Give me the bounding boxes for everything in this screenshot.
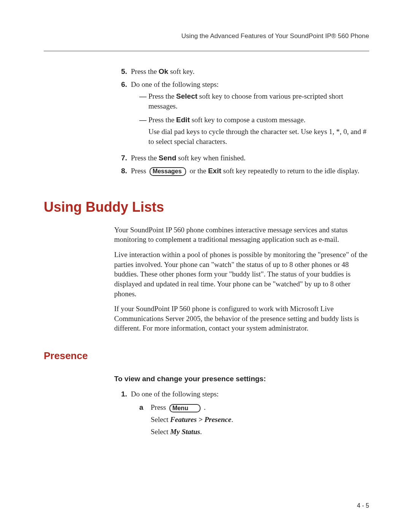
sub-options: — Press the Select soft key to choose fr… [131, 91, 369, 146]
option-body: Press the Edit soft key to compose a cus… [148, 115, 369, 147]
task-heading: To view and change your presence setting… [114, 374, 369, 384]
text: Press the [131, 67, 159, 75]
substep-a: a Press Menu . Select Features > Presenc… [139, 403, 369, 439]
paragraph: Live interaction within a pool of phones… [114, 250, 369, 299]
step-marker: 8. [114, 166, 131, 176]
softkey-name: Ok [159, 67, 168, 75]
text: soft key repeatedly to return to the idl… [221, 167, 360, 175]
step-marker: 7. [114, 153, 131, 163]
task-step-1: 1. Do one of the following steps: a Pres… [114, 389, 369, 442]
text: Do one of the following steps: [131, 390, 219, 398]
menu-path: My Status [170, 428, 200, 436]
text: . [231, 415, 233, 423]
section-heading-buddy-lists: Using Buddy Lists [44, 198, 369, 217]
text: soft key when finished. [176, 154, 245, 162]
messages-button-icon: Messages [150, 167, 186, 176]
line: Press Menu . [151, 403, 369, 412]
dash-marker: — [139, 91, 148, 111]
step-marker: 6. [114, 80, 131, 150]
text: Press the [148, 116, 176, 124]
content-area: 5. Press the Ok soft key. 6. Do one of t… [44, 67, 369, 442]
text: Do one of the following steps: [131, 80, 219, 88]
menu-button-icon: Menu [169, 404, 201, 413]
text: Select [151, 415, 170, 423]
option-select: — Press the Select soft key to choose fr… [139, 91, 369, 111]
header-rule [44, 51, 369, 51]
text: Press [131, 167, 148, 175]
line: Select Features > Presence. [151, 415, 369, 425]
paragraph: If your SoundPoint IP 560 phone is confi… [114, 304, 369, 333]
step-8: 8. Press Messages or the Exit soft key r… [114, 166, 369, 176]
numbered-steps-continued: 5. Press the Ok soft key. 6. Do one of t… [114, 67, 369, 176]
step-6: 6. Do one of the following steps: — Pres… [114, 80, 369, 150]
softkey-name: Select [176, 92, 198, 100]
dash-marker: — [139, 115, 148, 147]
step-body: Do one of the following steps: — Press t… [131, 80, 369, 150]
text: or the [188, 167, 208, 175]
softkey-name: Exit [208, 167, 221, 175]
presence-task: To view and change your presence setting… [114, 374, 369, 442]
page-number: 4 - 5 [357, 502, 369, 509]
option-body: Press the Select soft key to choose from… [148, 91, 369, 111]
step-body: Do one of the following steps: a Press M… [131, 389, 369, 442]
text: Press the [148, 92, 176, 100]
text: . [202, 403, 206, 411]
text: soft key to compose a custom message. [190, 116, 306, 124]
substep-body: Press Menu . Select Features > Presence.… [151, 403, 369, 439]
text: soft key. [168, 67, 194, 75]
softkey-name: Send [159, 154, 176, 162]
running-head: Using the Advanced Features of Your Soun… [44, 32, 369, 40]
step-marker: 5. [114, 67, 131, 77]
text: Press [151, 403, 168, 411]
extra-note: Use dial pad keys to cycle through the c… [148, 127, 369, 146]
softkey-name: Edit [176, 116, 190, 124]
text: Select [151, 428, 170, 436]
option-edit: — Press the Edit soft key to compose a c… [139, 115, 369, 147]
step-body: Press Messages or the Exit soft key repe… [131, 166, 369, 176]
text: . [200, 428, 202, 436]
paragraph: Your SoundPoint IP 560 phone combines in… [114, 225, 369, 244]
page: Using the Advanced Features of Your Soun… [0, 0, 411, 532]
subsection-heading-presence: Presence [44, 349, 369, 363]
step-body: Press the Ok soft key. [131, 67, 369, 77]
step-7: 7. Press the Send soft key when finished… [114, 153, 369, 163]
buddy-intro: Your SoundPoint IP 560 phone combines in… [114, 225, 369, 333]
text: Press the [131, 154, 159, 162]
step-body: Press the Send soft key when finished. [131, 153, 369, 163]
step-5: 5. Press the Ok soft key. [114, 67, 369, 77]
menu-path: Features > Presence [170, 415, 231, 423]
line: Select My Status. [151, 427, 369, 437]
alpha-marker: a [139, 403, 151, 439]
step-marker: 1. [114, 389, 131, 442]
